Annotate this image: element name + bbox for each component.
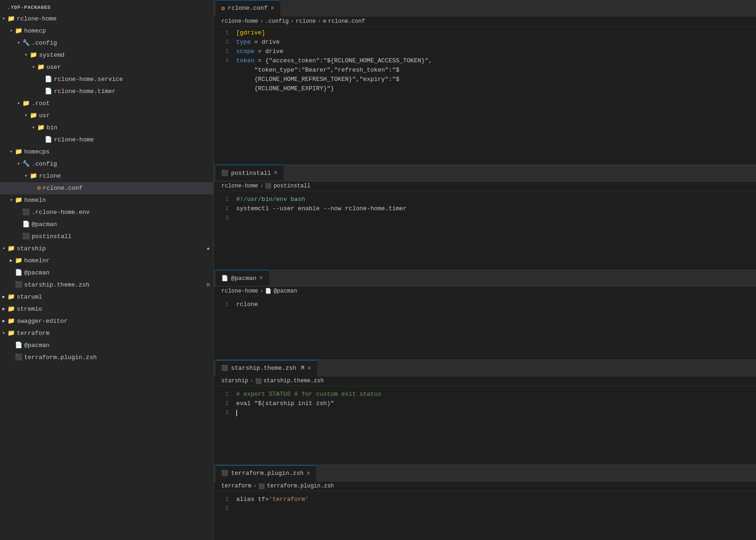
tab-close-terraform-plugin[interactable]: × [306, 470, 310, 477]
file-icon-swagger-editor: 📁 [7, 316, 15, 327]
editor-panel-terraform-plugin: ⬛ terraform.plugin.zsh × terraform › ⬛ t… [214, 465, 756, 540]
tab-starship-theme[interactable]: ⬛ starship.theme.zsh M × [216, 360, 317, 376]
tree-arrow: ▾ [15, 38, 22, 48]
code-content-starship-theme[interactable]: 1 # export STATUS # for custom exit stat… [214, 386, 756, 421]
code-content-rclone-conf[interactable]: 1 [gdrive] 2 type = drive 3 scope = driv… [214, 27, 756, 95]
tree-item-user[interactable]: ▾📁user [0, 61, 213, 73]
tree-label-rclone: rclone [39, 171, 213, 181]
tree-item-postinstall1[interactable]: ⬛postinstall [0, 231, 213, 243]
code-line: 3 [214, 408, 756, 418]
code-line: {RCLONE_HOME_EXPIRY}"} [214, 84, 756, 93]
code-line: 2 [214, 504, 756, 513]
tree-item-pacman2[interactable]: 📄@pacman [0, 267, 213, 279]
tree-item-config2[interactable]: ▾🔧.config [0, 158, 213, 170]
code-line: 1 rclone [214, 300, 756, 309]
file-icon-config1: 🔧 [22, 38, 30, 48]
tree-item-root[interactable]: ▾📁.root [0, 98, 213, 110]
file-icon-usr: 📁 [30, 111, 37, 121]
tree-item-homecp[interactable]: ▾📁homecp [0, 25, 213, 37]
file-icon-systemd: 📁 [30, 50, 37, 60]
file-icon-terraform: 📁 [7, 328, 15, 339]
tree-item-pacman3[interactable]: 📄@pacman [0, 340, 213, 352]
tab-close-postinstall[interactable]: × [274, 170, 278, 176]
breadcrumb-item: rclone-home [221, 288, 258, 294]
tab-pacman[interactable]: 📄 @pacman × [216, 270, 269, 286]
breadcrumb-sep: › [291, 18, 294, 25]
explorer-title: .YDF-PACKAGES [0, 2, 213, 13]
tab-close-pacman[interactable]: × [259, 275, 263, 281]
file-icon-homecps: 📁 [15, 147, 22, 157]
tab-label-pacman: @pacman [231, 275, 257, 282]
tree-label-rclone-home-service: rclone-home.service [54, 74, 213, 85]
file-icon-staruml: 📁 [7, 292, 15, 302]
breadcrumb-sep: › [260, 18, 263, 25]
tree-item-terraform[interactable]: ▾📁terraform [0, 327, 213, 340]
file-icon-pacman2: 📄 [15, 268, 22, 278]
tree-item-pacman1[interactable]: 📄@pacman [0, 219, 213, 231]
tree-item-homelnr[interactable]: ▶📁homelnr [0, 255, 213, 267]
code-line: 3 [214, 213, 756, 223]
tree-item-rclone-home-service[interactable]: 📄rclone-home.service [0, 73, 213, 86]
breadcrumb-starship-theme: starship › ⬛ starship.theme.zsh [214, 376, 756, 386]
tree-item-config1[interactable]: ▾🔧.config [0, 37, 213, 49]
breadcrumb-icon-zsh: ⬛ [255, 378, 262, 384]
tree-label-config1: .config [32, 38, 213, 48]
tab-rclone-conf[interactable]: ⚙ rclone.conf × [216, 0, 280, 16]
tab-postinstall[interactable]: ⬛ postinstall × [216, 165, 284, 181]
tree-item-rclone-home-timer[interactable]: 📄rclone-home.timer [0, 86, 213, 98]
tab-icon-file: 📄 [221, 275, 228, 282]
tree-item-stremio[interactable]: ▶📁stremio [0, 303, 213, 315]
tree-label-bin: bin [46, 123, 213, 133]
tree-label-rclone-home: rclone-home [17, 14, 213, 24]
tree-arrow: ▶ [0, 304, 7, 314]
code-content-pacman[interactable]: 1 rclone [214, 296, 756, 313]
breadcrumb-pacman: rclone-home › 📄 @pacman [214, 287, 756, 296]
tab-label-postinstall: postinstall [231, 170, 271, 177]
tab-close-starship-theme[interactable]: × [307, 365, 311, 372]
tree-arrow: ▶ [7, 256, 15, 266]
tree-label-systemd: systemd [39, 50, 213, 60]
code-content-terraform-plugin[interactable]: 1 alias tf='terraform' 2 [214, 491, 756, 517]
tab-label-rclone-conf: rclone.conf [228, 5, 268, 12]
tree-item-bin[interactable]: ▾📁bin [0, 122, 213, 134]
tree-item-homecps[interactable]: ▾📁homecps [0, 146, 213, 158]
tree-item-rclone-home-env[interactable]: ⬛.rclone-home.env [0, 207, 213, 219]
file-icon-rclone-home-service: 📄 [45, 74, 52, 85]
tab-modified-indicator: M [301, 365, 304, 372]
tree-item-staruml[interactable]: ▶📁staruml [0, 291, 213, 303]
tree-item-usr[interactable]: ▾📁usr [0, 110, 213, 122]
tree-arrow: ▾ [7, 26, 15, 36]
code-content-postinstall[interactable]: 1 #!/usr/bin/env bash 2 systemctl --user… [214, 191, 756, 227]
tree-item-rclone-home-bin[interactable]: 📄rclone-home [0, 134, 213, 146]
tree-item-starship[interactable]: ▾📁starship● [0, 243, 213, 255]
tree-item-terraform-plugin[interactable]: ⬛terraform.plugin.zsh [0, 352, 213, 364]
file-icon-starship: 📁 [7, 244, 15, 254]
editor-panel-postinstall: ⬛ postinstall × rclone-home › ⬛ postinst… [214, 165, 756, 270]
tree-arrow: ▾ [0, 14, 7, 24]
tree-arrow: ▾ [30, 123, 37, 133]
tree-item-starship-theme[interactable]: ⬛starship.theme.zshM [0, 279, 213, 291]
tree-label-pacman3: @pacman [24, 340, 213, 351]
tree-item-homeln[interactable]: ▾📁homeln [0, 194, 213, 207]
code-line: 4 token = {"access_token":"${RCLONE_HOME… [214, 56, 756, 66]
tree-item-rclone-home[interactable]: ▾📁rclone-home [0, 13, 213, 25]
breadcrumb-postinstall: rclone-home › ⬛ postinstall [214, 181, 756, 191]
tree-item-rclone[interactable]: ▾📁rclone [0, 170, 213, 182]
tree-label-starship: starship [17, 244, 206, 254]
file-icon-pacman3: 📄 [15, 340, 22, 351]
file-icon-bin: 📁 [37, 123, 45, 133]
tree-item-systemd[interactable]: ▾📁systemd [0, 49, 213, 61]
tree-label-homecp: homecp [24, 26, 213, 36]
breadcrumb-item: rclone-home [221, 183, 258, 189]
tree-item-swagger-editor[interactable]: ▶📁swagger-editor [0, 315, 213, 327]
tree-item-rclone-conf[interactable]: ⚙rclone.conf [0, 182, 213, 194]
tree-label-rclone-home-timer: rclone-home.timer [54, 87, 213, 97]
file-icon-stremio: 📁 [7, 304, 15, 314]
tree-label-homeln: homeln [24, 195, 213, 206]
tab-close-rclone-conf[interactable]: × [271, 5, 274, 12]
file-icon-rclone-home: 📁 [7, 14, 15, 24]
tab-label-starship-theme: starship.theme.zsh [231, 365, 296, 372]
file-explorer: .YDF-PACKAGES ▾📁rclone-home▾📁homecp▾🔧.co… [0, 0, 214, 540]
tab-terraform-plugin[interactable]: ⬛ terraform.plugin.zsh × [216, 465, 316, 481]
editor-panel-rclone-conf: ⚙ rclone.conf × rclone-home › .config › … [214, 0, 756, 165]
